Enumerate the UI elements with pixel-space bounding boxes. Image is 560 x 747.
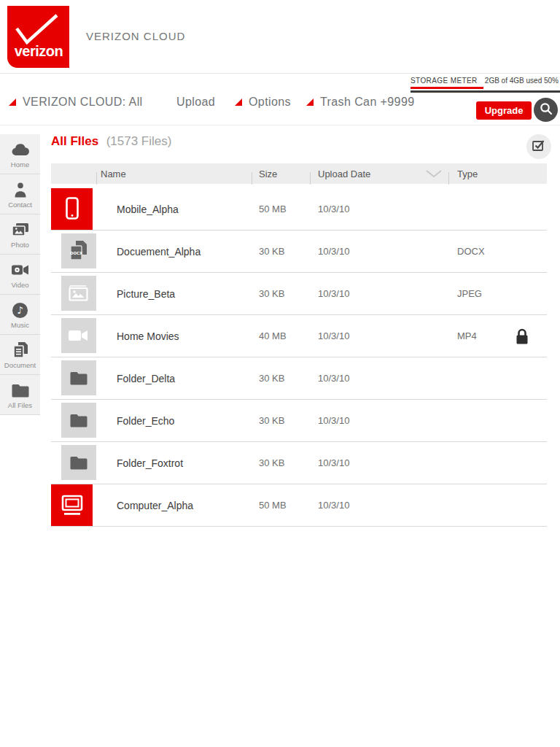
storage-total-bar	[411, 90, 560, 93]
row-icon-cell	[51, 357, 96, 399]
content-area: HomeContactPhotoVideo♪MusicDocumentAll F…	[0, 134, 560, 527]
sidebar-item-label: Music	[11, 321, 29, 329]
file-name: Home Movies	[96, 330, 252, 342]
upload-date: 10/3/10	[310, 204, 448, 214]
column-label: Upload Date	[318, 169, 370, 179]
table-row-folder-foxtrot[interactable]: Folder_Foxtrot30 KB10/3/10	[51, 442, 547, 484]
upload-date: 10/3/10	[310, 457, 448, 468]
triangle-marker-icon	[235, 98, 242, 106]
svg-text:DOCX: DOCX	[70, 251, 83, 255]
sidebar-item-contact[interactable]: Contact	[0, 174, 40, 214]
sidebar-item-all-files[interactable]: All Files	[0, 375, 40, 415]
document-icon	[12, 341, 28, 359]
file-name: Mobile_Alpha	[96, 204, 252, 215]
file-type: JPEG	[448, 288, 547, 299]
verizon-logo[interactable]: verizon	[7, 6, 69, 68]
svg-text:verizon: verizon	[15, 43, 63, 59]
breadcrumb[interactable]: VERIZON CLOUD: All	[9, 94, 143, 110]
table-row-folder-delta[interactable]: Folder_Delta30 KB10/3/10	[51, 357, 547, 400]
file-count: (1573 Files)	[106, 134, 172, 148]
contact-icon	[12, 181, 28, 198]
table-row-folder-echo[interactable]: Folder_Echo30 KB10/3/10	[51, 400, 547, 442]
upload-date: 10/3/10	[310, 500, 448, 511]
table-row-docuement-alpha[interactable]: DOCXDocuement_Alpha30 KB10/3/10DOCX	[51, 231, 547, 273]
sidebar-item-label: Photo	[11, 241, 29, 249]
triangle-marker-icon	[9, 98, 16, 106]
row-icon-cell	[51, 315, 96, 357]
column-label: Type	[457, 169, 478, 179]
row-icon-cell	[51, 484, 96, 526]
mobile-phone-icon	[51, 188, 93, 230]
app-header: verizon VERIZON CLOUD	[0, 0, 560, 74]
table-row-home-movies[interactable]: Home Movies40 MB10/3/10MP4	[51, 315, 547, 357]
select-all-button[interactable]	[526, 134, 551, 159]
row-icon-cell	[51, 442, 96, 484]
upload-date: 10/3/10	[310, 246, 448, 257]
trash-can-menu[interactable]: Trash Can +9999	[306, 94, 414, 110]
lock-icon	[515, 328, 529, 345]
sidebar-item-label: All Files	[8, 401, 32, 409]
computer-icon	[51, 484, 93, 526]
upload-button[interactable]: Upload	[176, 94, 215, 110]
file-name: Folder_Foxtrot	[96, 457, 252, 469]
table-header: NameSizeUpload DateType	[51, 163, 547, 184]
folder-icon	[61, 360, 96, 395]
trash-can-label: Trash Can +9999	[320, 96, 414, 109]
file-size: 30 KB	[252, 288, 310, 299]
file-name: Computer_Alpha	[96, 500, 252, 511]
upload-date: 10/3/10	[310, 288, 448, 299]
table-row-picture-beta[interactable]: Picture_Beta30 KB10/3/10JPEG	[51, 273, 547, 315]
photos-icon	[12, 221, 29, 239]
toolbar: STORAGE METER 2GB of 4GB used 50% VERIZO…	[0, 74, 560, 125]
files-table: NameSizeUpload DateType Mobile_Alpha50 M…	[51, 163, 547, 527]
options-label: Options	[249, 96, 291, 109]
file-size: 30 KB	[252, 373, 310, 384]
sidebar-item-video[interactable]: Video	[0, 255, 40, 295]
upload-date: 10/3/10	[310, 415, 448, 426]
sidebar-item-document[interactable]: Document	[0, 335, 40, 375]
breadcrumb-label: VERIZON CLOUD: All	[23, 96, 143, 109]
column-header-upload-date[interactable]: Upload Date	[310, 169, 448, 179]
upload-label: Upload	[176, 96, 215, 109]
storage-used-bar	[411, 87, 483, 89]
chevron-down-icon	[425, 169, 443, 178]
column-header-size[interactable]: Size	[252, 169, 310, 179]
file-size: 50 MB	[252, 500, 310, 511]
search-button[interactable]	[534, 98, 558, 122]
sidebar-item-label: Video	[11, 281, 28, 289]
file-size: 30 KB	[252, 415, 310, 426]
sidebar-item-music[interactable]: ♪Music	[0, 295, 40, 335]
select-all-icon	[529, 136, 548, 157]
file-type: DOCX	[448, 246, 547, 257]
sidebar-item-home[interactable]: Home	[0, 134, 40, 174]
page-heading: All FIles (1573 Files)	[51, 134, 547, 163]
table-body: Mobile_Alpha50 MB10/3/10DOCXDocuement_Al…	[51, 188, 547, 527]
row-icon-cell	[51, 188, 96, 230]
table-row-computer-alpha[interactable]: Computer_Alpha50 MB10/3/10	[51, 484, 547, 527]
upgrade-button[interactable]: Upgrade	[476, 101, 532, 120]
file-name: Docuement_Alpha	[96, 246, 252, 258]
file-size: 30 KB	[252, 246, 310, 257]
column-header-icon-spacer	[51, 163, 96, 184]
table-row-mobile-alpha[interactable]: Mobile_Alpha50 MB10/3/10	[51, 188, 547, 231]
options-menu[interactable]: Options	[235, 94, 291, 110]
folder-icon	[11, 382, 30, 399]
storage-meter-label: STORAGE METER	[411, 77, 478, 85]
verizon-cloud-app: verizon VERIZON CLOUD STORAGE METER 2GB …	[0, 0, 560, 747]
row-icon-cell	[51, 273, 96, 314]
storage-usage-text: 2GB of 4GB used 50%	[485, 77, 559, 85]
sidebar-item-photo[interactable]: Photo	[0, 214, 40, 255]
folder-icon	[61, 403, 96, 438]
file-size: 40 MB	[252, 330, 310, 341]
column-header-type[interactable]: Type	[448, 169, 547, 179]
file-name: Folder_Echo	[96, 415, 252, 427]
search-icon	[538, 101, 554, 120]
column-header-name[interactable]: Name	[96, 169, 252, 179]
video-icon	[11, 261, 30, 279]
column-label: Name	[101, 169, 126, 179]
verizon-checkmark-icon: verizon	[7, 6, 69, 68]
music-icon: ♪	[12, 301, 28, 319]
folder-icon	[61, 445, 96, 480]
main-panel: All FIles (1573 Files) NameSizeUpload Da…	[51, 134, 547, 527]
sidebar-item-label: Contact	[8, 201, 32, 209]
